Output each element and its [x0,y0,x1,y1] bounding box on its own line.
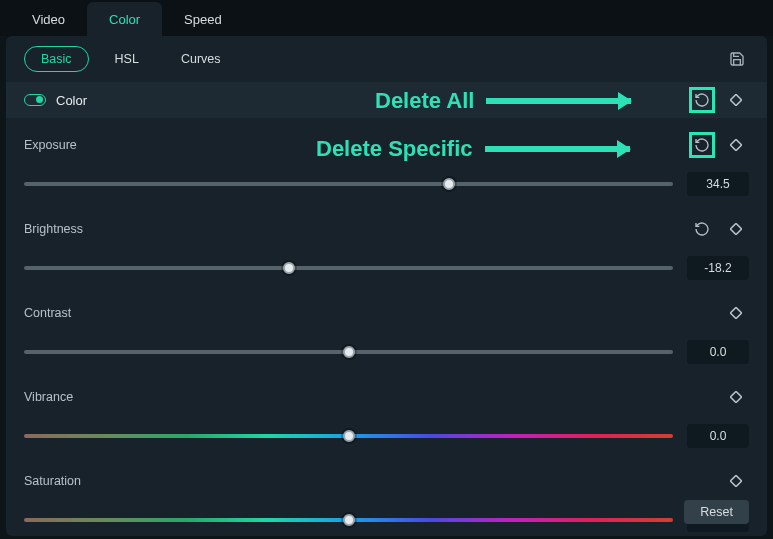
reset-brightness-button[interactable] [689,216,715,242]
vibrance-slider[interactable] [24,434,673,438]
reset-exposure-button[interactable] [689,132,715,158]
tab-speed[interactable]: Speed [162,2,244,36]
keyframe-brightness-button[interactable] [723,216,749,242]
keyframe-exposure-button[interactable] [723,132,749,158]
exposure-slider[interactable] [24,182,673,186]
svg-rect-0 [730,94,741,105]
tab-color[interactable]: Color [87,2,162,36]
reset-all-button[interactable] [689,87,715,113]
exposure-value[interactable]: 34.5 [687,172,749,196]
contrast-slider[interactable] [24,350,673,354]
keyframe-vibrance-button[interactable] [723,384,749,410]
diamond-icon [730,223,742,235]
reset-icon [694,137,710,153]
keyframe-saturation-button[interactable] [723,468,749,494]
brightness-slider[interactable] [24,266,673,270]
svg-rect-2 [730,223,741,234]
param-exposure: Exposure 34.5 [6,118,767,202]
diamond-icon [730,139,742,151]
reset-icon [694,221,710,237]
color-panel: Basic HSL Curves Color Exposure [6,36,767,536]
contrast-thumb[interactable] [343,346,355,358]
color-toggle[interactable] [24,94,46,106]
exposure-label: Exposure [24,138,77,152]
svg-rect-1 [730,139,741,150]
sub-tabs: Basic HSL Curves [6,36,767,82]
main-tabs: Video Color Speed [0,0,773,36]
diamond-icon [730,391,742,403]
svg-rect-3 [730,307,741,318]
brightness-value[interactable]: -18.2 [687,256,749,280]
diamond-icon [730,307,742,319]
save-icon [729,51,745,67]
svg-rect-4 [730,391,741,402]
param-saturation: Saturation 0.0 [6,454,767,538]
vibrance-label: Vibrance [24,390,73,404]
param-contrast: Contrast 0.0 [6,286,767,370]
subtab-hsl[interactable]: HSL [99,47,155,71]
save-preset-button[interactable] [725,47,749,71]
reset-button[interactable]: Reset [684,500,749,524]
brightness-label: Brightness [24,222,83,236]
saturation-slider[interactable] [24,518,673,522]
diamond-icon [730,94,742,106]
saturation-label: Saturation [24,474,81,488]
contrast-value[interactable]: 0.0 [687,340,749,364]
saturation-thumb[interactable] [343,514,355,526]
subtab-basic[interactable]: Basic [24,46,89,72]
param-vibrance: Vibrance 0.0 [6,370,767,454]
subtab-curves[interactable]: Curves [165,47,237,71]
param-brightness: Brightness -18.2 [6,202,767,286]
color-section-header: Color [6,82,767,118]
vibrance-value[interactable]: 0.0 [687,424,749,448]
diamond-icon [730,475,742,487]
tab-video[interactable]: Video [10,2,87,36]
color-section-label: Color [56,93,87,108]
svg-rect-5 [730,475,741,486]
brightness-thumb[interactable] [283,262,295,274]
keyframe-contrast-button[interactable] [723,300,749,326]
contrast-label: Contrast [24,306,71,320]
keyframe-all-button[interactable] [723,87,749,113]
exposure-thumb[interactable] [443,178,455,190]
vibrance-thumb[interactable] [343,430,355,442]
reset-icon [694,92,710,108]
